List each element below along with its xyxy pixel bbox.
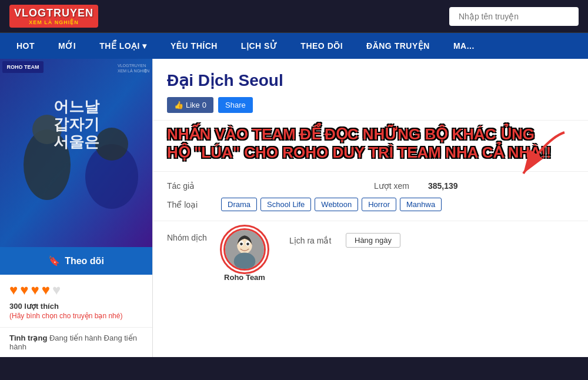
author-label: Tác giả xyxy=(167,181,214,191)
release-label: Lịch ra mắt xyxy=(289,236,336,245)
nav-item-dang-truyen[interactable]: ĐĂNG TRUYỆN xyxy=(355,33,442,59)
release-value: Hàng ngày xyxy=(346,233,400,248)
translator-label: Nhóm dịch xyxy=(167,228,214,242)
manga-cover: 어느날 갑자기 서울은 ROHO TEAM VLOGTRUYEN XEM LÀ … xyxy=(0,59,152,247)
rating-section: ♥ ♥ ♥ ♥ ♥ 300 lượt thích (Hãy bình chọn … xyxy=(0,275,152,328)
logo-box[interactable]: VLOGTRUYEN XEM LÀ NGHIỆN xyxy=(9,5,98,28)
nav-item-moi[interactable]: MỚI xyxy=(46,33,88,59)
right-content: Đại Dịch Seoul 👍 Like 0 Share NHẤN VÀO T… xyxy=(153,59,588,357)
header: VLOGTRUYEN XEM LÀ NGHIỆN xyxy=(0,0,588,33)
like-count: 0 xyxy=(202,101,206,109)
release-section: Lịch ra mắt Hàng ngày xyxy=(289,233,400,248)
views-label: Lượt xem xyxy=(374,181,421,191)
svg-point-5 xyxy=(95,128,128,161)
main-content: 어느날 갑자기 서울은 ROHO TEAM VLOGTRUYEN XEM LÀ … xyxy=(0,59,588,357)
views-value: 385,139 xyxy=(428,181,458,191)
tag-school-life[interactable]: School Life xyxy=(260,198,311,211)
status-section: Tình trạng Đang tiến hành Đang tiến hành xyxy=(0,328,152,357)
heart-1[interactable]: ♥ xyxy=(9,282,18,298)
title-area: Đại Dịch Seoul 👍 Like 0 Share xyxy=(153,59,588,121)
translator-name: Roho Team xyxy=(224,273,265,282)
tag-manhwa[interactable]: Manhwa xyxy=(400,198,442,211)
share-button[interactable]: Share xyxy=(218,97,253,113)
tag-drama[interactable]: Drama xyxy=(221,198,257,211)
like-button[interactable]: 👍 Like 0 xyxy=(167,97,213,113)
svg-point-19 xyxy=(240,243,243,246)
cover-overlay: 어느날 갑자기 서울은 ROHO TEAM VLOGTRUYEN XEM LÀ … xyxy=(0,59,152,247)
hearts-container: ♥ ♥ ♥ ♥ ♥ xyxy=(9,282,143,298)
left-sidebar: 어느날 갑자기 서울은 ROHO TEAM VLOGTRUYEN XEM LÀ … xyxy=(0,59,153,357)
translator-avatar xyxy=(223,228,266,271)
author-row: Tác giả xyxy=(167,181,367,191)
follow-button[interactable]: 🔖 Theo dõi xyxy=(0,247,152,275)
status-label: Tình trạng xyxy=(9,334,47,342)
nav-item-theo-doi[interactable]: THEO DÕI xyxy=(289,33,355,59)
like-label: Like xyxy=(186,101,200,109)
rating-hint: (Hãy bình chọn cho truyện bạn nhé) xyxy=(9,312,143,320)
heart-4[interactable]: ♥ xyxy=(42,282,50,298)
thumb-icon: 👍 xyxy=(174,101,183,109)
bookmark-icon: 🔖 xyxy=(48,255,60,266)
follow-label: Theo dõi xyxy=(65,256,104,266)
nav-item-the-loai[interactable]: THỂ LOẠI ▾ xyxy=(88,33,159,59)
share-label: Share xyxy=(225,101,246,109)
translator-release-row: Nhóm dịch xyxy=(153,221,588,291)
logo-subtitle: XEM LÀ NGHIỆN xyxy=(29,19,79,25)
search-input[interactable] xyxy=(449,7,579,26)
svg-text:서울은: 서울은 xyxy=(54,133,99,151)
svg-text:ROHO TEAM: ROHO TEAM xyxy=(7,64,39,70)
promo-arrow xyxy=(494,126,576,203)
svg-point-20 xyxy=(246,243,249,246)
status-value: Đang tiến hành xyxy=(49,334,102,342)
translator-section: Nhóm dịch xyxy=(167,228,266,282)
nav-item-lich-su[interactable]: LỊCH SỬ xyxy=(229,33,289,59)
logo-title: VLOGTRUYEN xyxy=(14,7,93,19)
nav-item-yeu-thich[interactable]: YÊU THÍCH xyxy=(159,33,229,59)
action-buttons: 👍 Like 0 Share xyxy=(167,97,574,113)
manga-title: Đại Dịch Seoul xyxy=(167,71,574,90)
genre-tags: Drama School Life Webtoon Horror Manhwa xyxy=(221,198,442,211)
navbar: HOT MỚI THỂ LOẠI ▾ YÊU THÍCH LỊCH SỬ THE… xyxy=(0,33,588,59)
svg-text:어느날: 어느날 xyxy=(54,98,100,115)
rating-count: 300 lượt thích xyxy=(9,302,143,311)
svg-text:XEM LÀ NGHIỆN: XEM LÀ NGHIỆN xyxy=(118,68,149,74)
nav-item-ma[interactable]: MA... xyxy=(442,33,486,59)
genre-label: Thể loại xyxy=(167,200,214,209)
heart-3[interactable]: ♥ xyxy=(31,282,39,298)
translator-group[interactable]: Roho Team xyxy=(223,228,266,282)
tag-webtoon[interactable]: Webtoon xyxy=(315,198,358,211)
promo-banner: NHẤN VÀO TEAM ĐỂ ĐỌC NHỮNG BỘ KHÁC ỦNG H… xyxy=(153,121,588,172)
svg-text:VLOGTRUYEN: VLOGTRUYEN xyxy=(118,64,146,68)
logo-area: VLOGTRUYEN XEM LÀ NGHIỆN xyxy=(9,5,98,28)
svg-text:갑자기: 갑자기 xyxy=(54,115,99,133)
svg-point-16 xyxy=(234,253,256,270)
tag-horror[interactable]: Horror xyxy=(362,198,396,211)
heart-2[interactable]: ♥ xyxy=(20,282,28,298)
heart-5[interactable]: ♥ xyxy=(52,282,61,298)
nav-item-hot[interactable]: HOT xyxy=(5,33,46,59)
